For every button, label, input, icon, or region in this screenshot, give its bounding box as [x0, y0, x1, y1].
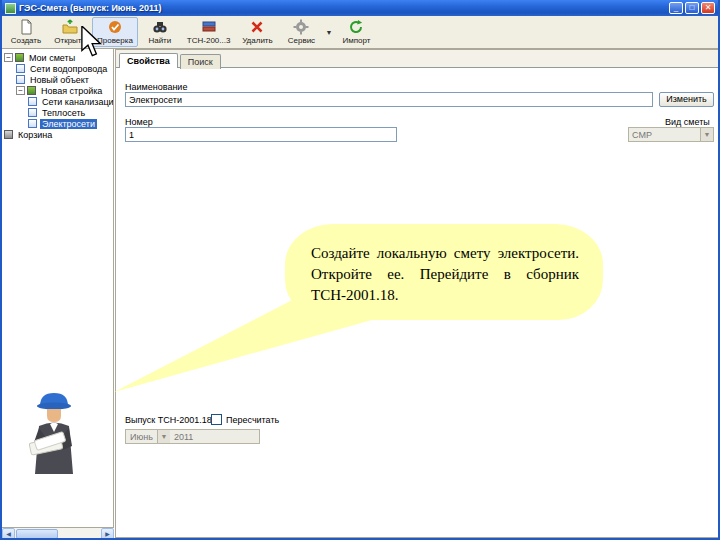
title-bar: ГЭС-Смета (выпуск: Июнь 2011) _ □ ✕: [2, 0, 718, 16]
delete-button-label: Удалить: [242, 36, 273, 45]
release-label: Выпуск ТСН-2001.18: [125, 415, 212, 425]
tree-item-label: Электросети: [40, 119, 97, 129]
number-input[interactable]: [125, 127, 397, 142]
window-title: ГЭС-Смета (выпуск: Июнь 2011): [19, 3, 669, 13]
recycle-bin-icon: [4, 130, 13, 139]
minimize-button[interactable]: _: [669, 2, 683, 14]
speech-bubble: Создайте локальную смету электросети. От…: [285, 224, 603, 320]
tab-strip: Свойства Поиск: [116, 50, 719, 68]
import-button[interactable]: Импорт: [334, 17, 378, 47]
collapse-icon[interactable]: −: [16, 86, 25, 95]
document-icon: [28, 97, 37, 106]
close-button[interactable]: ✕: [701, 2, 715, 14]
tree-item-label: Новый объект: [28, 75, 91, 85]
scroll-left-icon[interactable]: ◀: [2, 528, 15, 540]
name-input[interactable]: [125, 92, 653, 107]
new-document-icon: [18, 19, 34, 35]
service-dropdown-button[interactable]: ▼: [323, 17, 334, 47]
tree-item-label: Корзина: [16, 130, 54, 140]
tree-horizontal-scrollbar[interactable]: ◀ ▶: [2, 527, 114, 540]
folder-icon: [15, 53, 24, 62]
service-button-label: Сервис: [288, 36, 315, 45]
scrollbar-thumb[interactable]: [16, 529, 58, 539]
mouse-cursor: [80, 26, 104, 58]
number-field-label: Номер: [125, 117, 153, 127]
tree-item-new-construction[interactable]: − Новая стройка: [2, 85, 113, 96]
import-refresh-icon: [348, 19, 364, 35]
open-folder-icon: [62, 19, 78, 35]
app-icon: [5, 3, 16, 14]
engineer-clipart: [10, 386, 98, 474]
estimate-kind-value: СМР: [629, 130, 700, 140]
toolbar: Создать Открыть Проверка Найти ТСН-200..…: [2, 16, 718, 49]
chevron-down-icon: ▼: [325, 29, 332, 36]
release-year-value: 2011: [170, 432, 259, 442]
delete-button[interactable]: Удалить: [235, 17, 279, 47]
create-button-label: Создать: [11, 36, 41, 45]
folder-icon: [27, 86, 36, 95]
books-icon: [201, 19, 217, 35]
document-icon: [16, 75, 25, 84]
tree-item-label: Теплосеть: [40, 108, 87, 118]
engineer-image: [10, 386, 98, 474]
tree-item-water-network[interactable]: Сети водопровода: [2, 63, 113, 74]
application-window: ГЭС-Смета (выпуск: Июнь 2011) _ □ ✕ Созд…: [0, 0, 720, 540]
find-button[interactable]: Найти: [138, 17, 182, 47]
tree-item-sewer-network[interactable]: Сети канализации: [2, 96, 113, 107]
tools-icon: [293, 19, 309, 35]
tab-search[interactable]: Поиск: [180, 54, 221, 69]
release-date-combo[interactable]: Июнь ▼ 2011: [125, 429, 260, 444]
estimate-kind-combo[interactable]: СМР ▼: [628, 127, 714, 142]
collapse-icon[interactable]: −: [4, 53, 13, 62]
create-button[interactable]: Создать: [4, 17, 48, 47]
recalculate-label: Пересчитать: [226, 415, 279, 425]
chevron-down-icon[interactable]: ▼: [700, 128, 713, 141]
release-month-value: Июнь: [126, 432, 157, 442]
find-button-label: Найти: [148, 36, 171, 45]
tsn-collection-button[interactable]: ТСН-200...3: [182, 17, 236, 47]
scroll-right-icon[interactable]: ▶: [101, 528, 114, 540]
document-icon: [28, 108, 37, 117]
tab-properties[interactable]: Свойства: [119, 53, 178, 68]
name-field-label: Наименование: [125, 82, 187, 92]
tree-item-heat-network[interactable]: Теплосеть: [2, 107, 113, 118]
import-button-label: Импорт: [342, 36, 370, 45]
tree-item-label: Сети водопровода: [28, 64, 109, 74]
delete-cross-icon: [249, 19, 265, 35]
maximize-button[interactable]: □: [685, 2, 699, 14]
change-button[interactable]: Изменить: [659, 92, 714, 107]
kind-field-label: Вид сметы: [665, 117, 710, 127]
tree-item-label: Новая стройка: [39, 86, 104, 96]
check-icon: [107, 19, 123, 35]
tree-item-electric-network[interactable]: Электросети: [2, 118, 113, 129]
tsn-collection-button-label: ТСН-200...3: [187, 36, 231, 45]
recalculate-checkbox[interactable]: [211, 414, 222, 425]
tree-item-recycle-bin[interactable]: Корзина: [2, 129, 113, 140]
document-icon: [28, 119, 37, 128]
tree-item-label: Мои сметы: [27, 53, 77, 63]
document-icon: [16, 64, 25, 73]
tree-item-label: Сети канализации: [40, 97, 114, 107]
chevron-down-icon[interactable]: ▼: [157, 430, 170, 443]
speech-bubble-text: Создайте локальную смету электросети. От…: [285, 239, 603, 306]
service-button[interactable]: Сервис: [279, 17, 323, 47]
binoculars-icon: [152, 19, 168, 35]
tree-item-new-object[interactable]: Новый объект: [2, 74, 113, 85]
